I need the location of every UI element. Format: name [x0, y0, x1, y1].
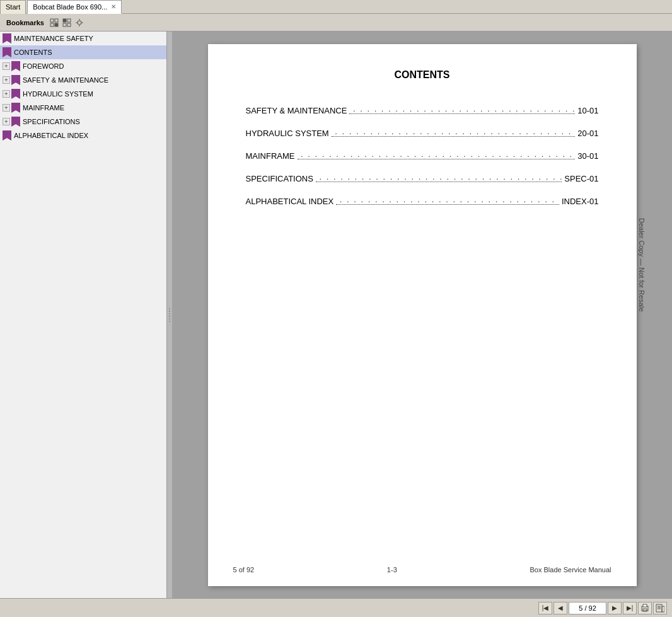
options-button[interactable]: [73, 16, 86, 29]
expand-icon[interactable]: +: [3, 62, 10, 70]
expand-icon[interactable]: +: [3, 76, 10, 84]
expand-all-button[interactable]: [48, 16, 61, 29]
bookmark-icon: [11, 117, 20, 127]
document-page: CONTENTS SAFETY & MAINTENANCE . . . . . …: [208, 44, 637, 586]
footer-left: 5 of 92: [233, 566, 255, 574]
sidebar-item-label: MAINTENANCE SAFETY: [14, 35, 93, 42]
toc-page: INDEX-01: [562, 197, 599, 206]
last-page-button[interactable]: ▶|: [623, 602, 637, 614]
toc-dots: . . . . . . . . . . . . . . . . . . . . …: [332, 127, 576, 137]
sidebar-item-label: MAINFRAME: [23, 104, 64, 112]
toc-dots: . . . . . . . . . . . . . . . . . . . . …: [349, 104, 575, 114]
svg-rect-2: [50, 23, 54, 26]
svg-rect-4: [63, 19, 66, 22]
sidebar-item-label: HYDRAULIC SYSTEM: [23, 90, 93, 98]
bookmark-icon: [11, 75, 20, 85]
sidebar-item-label: CONTENTS: [14, 49, 52, 56]
toc-entry-alpha-index[interactable]: ALPHABETICAL INDEX . . . . . . . . . . .…: [246, 197, 599, 207]
options-icon: [75, 18, 84, 27]
expand-icon[interactable]: +: [3, 118, 10, 125]
sidebar-item-alphabetical-index[interactable]: ALPHABETICAL INDEX: [0, 129, 166, 142]
sidebar-item-safety-maintenance[interactable]: + SAFETY & MAINTENANCE: [0, 73, 166, 87]
first-page-button[interactable]: |◀: [538, 602, 552, 614]
sidebar-item-maintenance-safety[interactable]: MAINTENANCE SAFETY: [0, 32, 166, 45]
last-page-icon: ▶|: [627, 604, 634, 611]
sidebar-item-specifications[interactable]: + SPECIFICATIONS: [0, 115, 166, 129]
svg-rect-14: [643, 604, 647, 607]
sidebar-item-label: SPECIFICATIONS: [23, 118, 80, 125]
toolbar: Bookmarks: [0, 14, 672, 32]
sidebar-item-contents[interactable]: CONTENTS: [0, 45, 166, 59]
tab-close-icon[interactable]: ✕: [111, 3, 116, 10]
bookmark-icon: [11, 89, 20, 99]
export-icon: [656, 604, 664, 613]
sidebar-item-foreword[interactable]: + FOREWORD: [0, 59, 166, 73]
toc-entry-hydraulic[interactable]: HYDRAULIC SYSTEM . . . . . . . . . . . .…: [246, 129, 599, 139]
svg-point-8: [78, 21, 81, 25]
toc-page: 20-01: [577, 129, 598, 138]
footer-right: Box Blade Service Manual: [530, 566, 611, 574]
svg-rect-16: [656, 604, 662, 612]
page-input[interactable]: [569, 602, 606, 614]
watermark-container: Dealer Copy — Not for Resale: [635, 221, 648, 378]
svg-rect-17: [662, 606, 664, 612]
toc-label: SPECIFICATIONS: [246, 174, 313, 183]
page-title: CONTENTS: [246, 69, 599, 81]
toc-label: ALPHABETICAL INDEX: [246, 197, 334, 206]
svg-rect-1: [55, 19, 58, 22]
expand-all-icon: [50, 18, 59, 27]
print-icon: [640, 604, 649, 613]
bookmark-icon: [3, 130, 11, 141]
prev-page-icon: ◀: [558, 604, 563, 611]
sidebar-item-label: SAFETY & MAINTENANCE: [23, 76, 108, 84]
export-button[interactable]: [653, 602, 667, 614]
nav-bar: |◀ ◀ ▶ ▶|: [0, 598, 672, 617]
svg-rect-6: [63, 23, 66, 26]
collapse-all-button[interactable]: [61, 16, 73, 29]
bookmark-icon: [11, 103, 20, 113]
divider-dots: [169, 308, 170, 322]
toc-dots: . . . . . . . . . . . . . . . . . . . . …: [298, 149, 576, 159]
svg-rect-3: [55, 23, 58, 26]
tab-bobcat-label: Bobcat Blade Box 690...: [33, 3, 107, 11]
divider-handle[interactable]: [167, 32, 172, 598]
bookmarks-label: Bookmarks: [3, 19, 48, 26]
next-page-button[interactable]: ▶: [608, 602, 622, 614]
toc-entry-safety[interactable]: SAFETY & MAINTENANCE . . . . . . . . . .…: [246, 106, 599, 116]
bookmark-icon: [3, 33, 11, 43]
page-footer: 5 of 92 1-3 Box Blade Service Manual: [208, 566, 637, 574]
bookmark-icon: [11, 61, 20, 71]
toc-label: HYDRAULIC SYSTEM: [246, 129, 329, 138]
document-area: CONTENTS SAFETY & MAINTENANCE . . . . . …: [172, 32, 672, 598]
svg-rect-0: [50, 19, 54, 22]
toc-page: 30-01: [577, 151, 598, 161]
sidebar-item-hydraulic-system[interactable]: + HYDRAULIC SYSTEM: [0, 87, 166, 101]
toc-label: MAINFRAME: [246, 151, 295, 161]
toc-dots: . . . . . . . . . . . . . . . . . . . . …: [316, 172, 562, 182]
toc-entry-mainframe[interactable]: MAINFRAME . . . . . . . . . . . . . . . …: [246, 151, 599, 161]
tab-start[interactable]: Start: [0, 0, 26, 14]
footer-center: 1-3: [387, 566, 397, 574]
tab-bar: Start Bobcat Blade Box 690... ✕: [0, 0, 672, 14]
toc-label: SAFETY & MAINTENANCE: [246, 106, 347, 115]
sidebar-item-label: FOREWORD: [23, 62, 64, 70]
next-page-icon: ▶: [612, 604, 617, 611]
tab-start-label: Start: [6, 3, 20, 11]
sidebar-item-mainframe[interactable]: + MAINFRAME: [0, 101, 166, 115]
print-button[interactable]: [638, 602, 652, 614]
collapse-all-icon: [62, 18, 71, 27]
watermark-text: Dealer Copy — Not for Resale: [638, 218, 646, 357]
sidebar: MAINTENANCE SAFETY CONTENTS + FOREWORD +…: [0, 32, 167, 598]
svg-rect-5: [67, 19, 71, 22]
prev-page-button[interactable]: ◀: [553, 602, 567, 614]
tab-bobcat[interactable]: Bobcat Blade Box 690... ✕: [27, 0, 122, 14]
expand-icon[interactable]: +: [3, 104, 10, 112]
svg-rect-7: [67, 23, 71, 26]
toc-page: SPEC-01: [564, 174, 598, 183]
expand-icon[interactable]: +: [3, 90, 10, 98]
toc-entry-specifications[interactable]: SPECIFICATIONS . . . . . . . . . . . . .…: [246, 174, 599, 184]
toc-dots: . . . . . . . . . . . . . . . . . . . . …: [336, 195, 559, 205]
bookmark-icon: [3, 47, 11, 57]
main-layout: MAINTENANCE SAFETY CONTENTS + FOREWORD +…: [0, 32, 672, 598]
toc-page: 10-01: [577, 106, 598, 115]
